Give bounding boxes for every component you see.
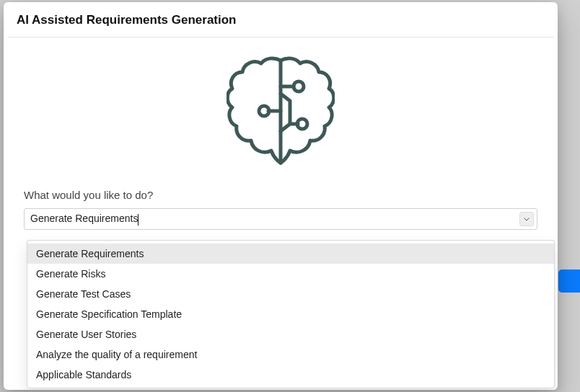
ai-requirements-modal: AI Assisted Requirements Generation — [4, 2, 558, 390]
chevron-down-icon — [524, 218, 530, 221]
dropdown-option[interactable]: Generate Specification Template — [27, 304, 554, 324]
hero-illustration — [4, 37, 558, 179]
dropdown-option[interactable]: Generate Test Cases — [27, 284, 554, 304]
dropdown-option[interactable]: Analyze the quality of a requirement — [27, 344, 554, 365]
action-combobox[interactable]: Generate Requirements — [24, 208, 537, 230]
action-dropdown[interactable]: Generate RequirementsGenerate RisksGener… — [27, 240, 555, 388]
modal-title: AI Assisted Requirements Generation — [4, 2, 558, 37]
dropdown-option[interactable]: Generate User Stories — [27, 324, 554, 344]
prompt-label: What would you like to do? — [4, 179, 558, 208]
dropdown-option[interactable]: Generate Requirements — [27, 244, 554, 264]
side-action-button[interactable] — [558, 270, 580, 293]
svg-point-3 — [297, 119, 307, 129]
combobox-value: Generate Requirements — [25, 213, 519, 225]
dropdown-option[interactable]: Generate Risks — [27, 264, 554, 284]
dropdown-option[interactable]: Applicable Standards — [27, 365, 554, 385]
svg-point-2 — [259, 106, 269, 116]
combobox-toggle[interactable] — [519, 212, 534, 226]
text-cursor — [138, 214, 139, 226]
brain-circuit-icon — [227, 55, 335, 172]
